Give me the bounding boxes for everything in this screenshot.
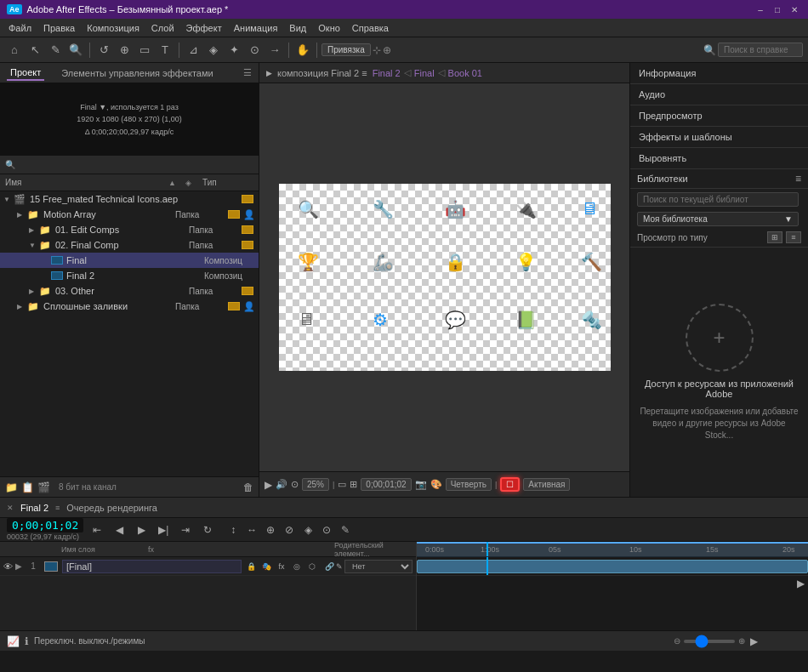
pen-tool[interactable]: ✎ xyxy=(46,41,65,60)
menu-item-слой[interactable]: Слой xyxy=(146,21,179,35)
comp-grid-btn[interactable]: ⊞ xyxy=(350,479,357,490)
breadcrumb-final2[interactable]: Final 2 xyxy=(373,68,401,78)
tree-arrow-root_file[interactable]: ▼ xyxy=(3,196,12,203)
audio-section[interactable]: Аудио xyxy=(630,84,808,105)
tl-nav-arrow[interactable]: ▶ xyxy=(750,635,758,647)
select-tool[interactable]: ↖ xyxy=(26,41,44,60)
zoom-btn[interactable]: 25% xyxy=(302,478,329,491)
timeline-close-icon[interactable]: ✕ xyxy=(7,504,14,512)
col-sort-icon[interactable]: ▲ xyxy=(168,179,182,187)
camera-tool[interactable]: ◈ xyxy=(204,41,223,60)
tl-loop-btn[interactable]: ↻ xyxy=(199,521,216,538)
minimize-button[interactable]: – xyxy=(754,3,767,16)
tl-tool1[interactable]: ↕ xyxy=(225,521,242,538)
list-view-btn[interactable]: ≡ xyxy=(786,231,801,243)
panel-menu-icon[interactable]: ☰ xyxy=(243,67,252,78)
tl-zoom-slider[interactable] xyxy=(684,640,735,643)
tl-bottom-graph-btn[interactable]: 📈 xyxy=(7,635,20,647)
tl-tool7[interactable]: ✎ xyxy=(337,521,354,538)
delete-btn[interactable]: 🗑 xyxy=(243,481,253,493)
tl-end-btn[interactable]: ⇥ xyxy=(177,521,194,538)
tl-tool5[interactable]: ◈ xyxy=(299,521,316,538)
layer-fx-btn[interactable]: fx xyxy=(275,561,288,572)
layer-motion-btn[interactable]: ◎ xyxy=(290,561,304,572)
tree-item-final_comp[interactable]: ▼📁02. Final CompПапка xyxy=(0,237,259,253)
layer-visibility-btn[interactable]: 👁 xyxy=(3,561,13,572)
tree-item-edit_comps[interactable]: ▶📁01. Edit CompsПапка xyxy=(0,222,259,237)
stock-plus-icon[interactable]: + xyxy=(713,326,725,350)
menu-item-файл[interactable]: Файл xyxy=(3,21,37,35)
comp-preview-btn[interactable]: ▶ xyxy=(265,479,272,491)
layer-name-field[interactable]: [Final] xyxy=(62,560,242,573)
breadcrumb-final[interactable]: Final xyxy=(414,68,435,78)
tl-prev-btn[interactable]: ◀ xyxy=(111,521,128,538)
info-section[interactable]: Информация xyxy=(630,63,808,84)
grid-view-btn[interactable]: ⊞ xyxy=(767,231,782,243)
tree-item-final2[interactable]: Final 2Композиц xyxy=(0,268,259,283)
timeline-tab-final2[interactable]: Final 2 xyxy=(20,503,48,513)
tl-tool6[interactable]: ⊙ xyxy=(318,521,335,538)
timecode-display[interactable]: 0;00;01;02 xyxy=(7,518,83,532)
preview-section[interactable]: Предпросмотр xyxy=(630,105,808,127)
search-input[interactable] xyxy=(718,43,803,57)
comp-color-btn[interactable]: 🎨 xyxy=(430,479,442,490)
snap-button[interactable]: Привязка xyxy=(321,43,371,56)
project-search-input[interactable] xyxy=(5,160,253,169)
tl-tool4[interactable]: ⊘ xyxy=(281,521,298,538)
new-item-btn[interactable]: 📋 xyxy=(21,481,34,493)
tl-tool3[interactable]: ⊕ xyxy=(262,521,279,538)
new-comp-btn[interactable]: 🎬 xyxy=(37,481,50,493)
tl-play-btn[interactable]: ▶ xyxy=(133,521,150,538)
orbit-tool[interactable]: ⊙ xyxy=(245,41,264,60)
tree-arrow-edit_comps[interactable]: ▶ xyxy=(29,226,37,234)
pin-tool[interactable]: ⊿ xyxy=(184,41,202,60)
rotate-tool[interactable]: ↺ xyxy=(94,41,113,60)
tree-arrow-other[interactable]: ▶ xyxy=(29,288,37,295)
playhead[interactable] xyxy=(487,542,488,556)
search-tool[interactable]: 🔍 xyxy=(66,41,85,60)
close-button[interactable]: ✕ xyxy=(788,3,801,16)
tree-item-other[interactable]: ▶📁03. OtherПапка xyxy=(0,283,259,299)
align-section[interactable]: Выровнять xyxy=(630,148,808,169)
arrow-tool[interactable]: → xyxy=(265,41,284,60)
timeline-tab-render[interactable]: Очередь рендеринга xyxy=(66,503,157,513)
maximize-button[interactable]: □ xyxy=(771,3,784,16)
tree-arrow-final_comp[interactable]: ▼ xyxy=(29,242,37,249)
quality-btn[interactable]: Четверть xyxy=(446,478,492,491)
layer-3d-btn[interactable]: ⬡ xyxy=(305,561,319,572)
layer-parent-dropdown[interactable]: Нет xyxy=(344,560,413,573)
menu-item-окно[interactable]: Окно xyxy=(313,21,345,35)
tree-item-motion_array[interactable]: ▶📁Motion ArrayПапка👤 xyxy=(0,207,259,222)
hand-tool[interactable]: ✋ xyxy=(293,41,312,60)
clone-tool[interactable]: ⊕ xyxy=(115,41,134,60)
effects-section[interactable]: Эффекты и шаблоны xyxy=(630,127,808,148)
menu-item-композиция[interactable]: Композиция xyxy=(82,21,145,35)
breadcrumb-book[interactable]: Book 01 xyxy=(448,68,482,78)
lib-search-input[interactable] xyxy=(637,192,799,207)
tl-home-btn[interactable]: ⇤ xyxy=(88,521,105,538)
menu-item-справка[interactable]: Справка xyxy=(347,21,394,35)
comp-view-btn[interactable]: ▭ xyxy=(338,479,346,490)
tab-project[interactable]: Проект xyxy=(7,65,44,81)
rect-tool[interactable]: ▭ xyxy=(135,41,154,60)
tl-next-btn[interactable]: ▶| xyxy=(155,521,172,538)
tree-arrow-motion_array[interactable]: ▶ xyxy=(17,211,26,219)
new-folder-btn[interactable]: 📁 xyxy=(5,481,18,493)
tl-tool2[interactable]: ↔ xyxy=(243,521,260,538)
tree-item-root_file[interactable]: ▼🎬15 Free_mated Technical Icons.aep xyxy=(0,191,259,207)
comp-audio-btn[interactable]: 🔊 xyxy=(276,479,287,490)
tab-effects[interactable]: Элементы управления эффектами xyxy=(58,66,216,80)
comp-snap-btn[interactable]: 📷 xyxy=(415,479,427,490)
work-area-bar[interactable] xyxy=(417,542,808,557)
active-cam-btn[interactable]: ☐ xyxy=(500,477,520,492)
lib-selector[interactable]: Моя библиотека ▼ xyxy=(637,212,799,226)
home-tool[interactable]: ⌂ xyxy=(5,41,24,60)
comp-toggle-btn[interactable]: ⊙ xyxy=(291,479,299,490)
menu-item-правка[interactable]: Правка xyxy=(38,21,80,35)
tree-item-solidfills[interactable]: ▶📁Сплошные заливкиПапка👤 xyxy=(0,299,259,314)
layer-expand-btn[interactable]: ▶ xyxy=(15,561,22,571)
layer-track-bar[interactable] xyxy=(417,560,808,573)
libraries-menu-icon[interactable]: ≡ xyxy=(795,173,801,185)
text-tool[interactable]: T xyxy=(156,41,174,60)
layer-lock-btn[interactable]: 🔒 xyxy=(244,561,258,572)
